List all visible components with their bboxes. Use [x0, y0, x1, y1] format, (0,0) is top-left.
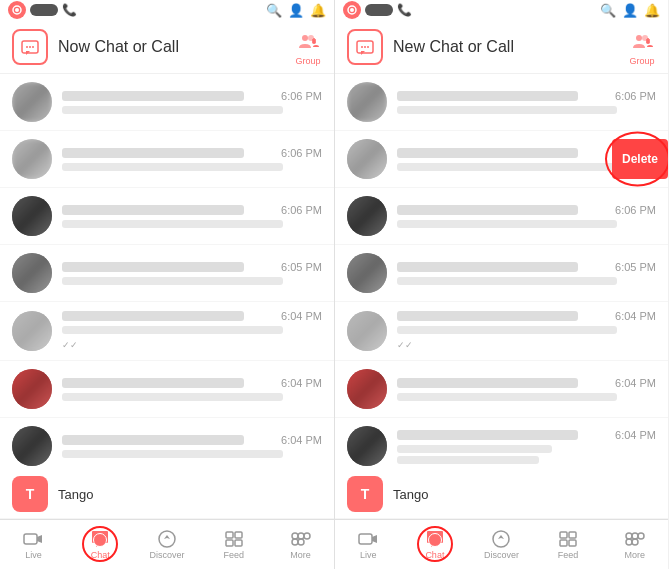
nav-label-live-right: Live: [360, 550, 377, 560]
avatar: [12, 139, 52, 179]
svg-rect-14: [226, 532, 233, 538]
new-chat-icon-left[interactable]: [12, 29, 48, 65]
chat-item[interactable]: 6:04 PM ✓✓: [335, 302, 668, 361]
chat-time: 6:05 PM: [281, 261, 322, 273]
bell-icon-right[interactable]: 🔔: [644, 3, 660, 18]
chat-name: [397, 262, 578, 272]
chat-time: 6:04 PM: [281, 434, 322, 446]
tango-label-right: Tango: [393, 487, 428, 502]
delete-button[interactable]: Delete: [612, 139, 668, 179]
read-checkmark: ✓✓: [62, 340, 78, 350]
chat-name: [62, 311, 244, 321]
toggle-pill-right[interactable]: [365, 4, 393, 16]
avatar: [12, 311, 52, 351]
svg-point-6: [302, 35, 308, 41]
nav-label-chat-right: Chat: [425, 550, 444, 560]
chat-item[interactable]: 6:04 PM: [0, 418, 334, 470]
live-icon-left: [22, 530, 44, 548]
add-contact-icon-right[interactable]: 👤: [622, 3, 638, 18]
chat-item[interactable]: 6:04 PM: [335, 418, 668, 470]
nav-item-live-left[interactable]: Live: [0, 520, 67, 569]
nav-label-live-left: Live: [25, 550, 42, 560]
chat-item[interactable]: 6:05 PM: [335, 245, 668, 302]
chat-time: 6:04 PM: [615, 377, 656, 389]
search-icon-right[interactable]: 🔍: [600, 3, 616, 18]
chat-item[interactable]: 6:04 PM: [0, 361, 334, 418]
nav-label-feed-left: Feed: [224, 550, 245, 560]
svg-point-4: [29, 46, 31, 48]
svg-rect-38: [569, 532, 576, 538]
svg-point-12: [159, 531, 175, 547]
avatar: [347, 139, 387, 179]
svg-point-26: [361, 46, 363, 48]
chat-preview-line2: [397, 456, 539, 464]
chat-icon-right: [424, 530, 446, 548]
add-contact-icon-left[interactable]: 👤: [288, 3, 304, 18]
avatar: [347, 426, 387, 466]
group-button-left[interactable]: Group: [294, 28, 322, 66]
svg-rect-16: [226, 540, 233, 546]
chat-name: [397, 378, 578, 388]
chat-preview: [397, 106, 617, 114]
tango-item-left[interactable]: T Tango: [0, 470, 334, 519]
svg-point-42: [626, 539, 632, 545]
chat-preview: [397, 163, 617, 171]
avatar: [12, 426, 52, 466]
bell-icon-left[interactable]: 🔔: [310, 3, 326, 18]
nav-item-feed-left[interactable]: Feed: [200, 520, 267, 569]
chat-content: 6:06 PM: [62, 204, 322, 228]
chat-item[interactable]: 6:06 PM Delete: [335, 131, 668, 188]
nav-label-chat-left: Chat: [91, 550, 110, 560]
more-icon-right: [624, 530, 646, 548]
chat-time: 6:04 PM: [615, 310, 656, 322]
chat-name: [62, 205, 244, 215]
chat-item[interactable]: 6:06 PM: [0, 74, 334, 131]
chat-icon-left: [89, 530, 111, 548]
new-chat-icon-right[interactable]: [347, 29, 383, 65]
tango-item-right[interactable]: T Tango: [335, 470, 668, 519]
nav-item-feed-right[interactable]: Feed: [535, 520, 602, 569]
status-right-right: 🔍 👤 🔔: [600, 3, 660, 18]
toggle-pill[interactable]: [30, 4, 58, 16]
nav-item-chat-left[interactable]: Chat: [67, 520, 134, 569]
chat-badge-right: [428, 533, 442, 547]
chat-preview: [62, 163, 283, 171]
svg-point-21: [298, 539, 304, 545]
nav-item-discover-right[interactable]: Discover: [468, 520, 535, 569]
chat-item[interactable]: 6:06 PM: [335, 188, 668, 245]
chat-name: [62, 262, 244, 272]
chat-item[interactable]: 6:04 PM ✓✓: [0, 302, 334, 361]
chat-name: [62, 148, 244, 158]
nav-item-chat-right[interactable]: Chat: [402, 520, 469, 569]
chat-content: 6:05 PM: [62, 261, 322, 285]
chat-preview: [62, 277, 283, 285]
chat-item[interactable]: 6:06 PM: [0, 131, 334, 188]
nav-item-more-right[interactable]: More: [601, 520, 668, 569]
header-title-right: New Chat or Call: [393, 38, 628, 56]
avatar: [347, 311, 387, 351]
nav-item-more-left[interactable]: More: [267, 520, 334, 569]
status-bar-right: 📞 🔍 👤 🔔: [335, 0, 668, 20]
signal-icon: [8, 1, 26, 19]
chat-item[interactable]: 6:06 PM: [335, 74, 668, 131]
svg-rect-11: [24, 534, 37, 544]
svg-point-41: [626, 533, 632, 539]
chat-item[interactable]: 6:05 PM: [0, 245, 334, 302]
header-right: New Chat or Call Group: [335, 20, 668, 74]
chat-preview: [397, 326, 617, 334]
chat-preview: [62, 450, 283, 458]
chat-item[interactable]: 6:04 PM: [335, 361, 668, 418]
chat-name: [397, 430, 578, 440]
search-icon-left[interactable]: 🔍: [266, 3, 282, 18]
chat-preview: [62, 220, 283, 228]
group-button-right[interactable]: Group: [628, 28, 656, 66]
svg-rect-40: [569, 540, 576, 546]
nav-item-discover-left[interactable]: Discover: [134, 520, 201, 569]
status-bar-left: 📞 🔍 👤 🔔: [0, 0, 334, 20]
bottom-nav-left: Live Chat Discover Feed: [0, 519, 334, 569]
chat-preview: [397, 445, 552, 453]
chat-item[interactable]: 6:06 PM: [0, 188, 334, 245]
avatar: [347, 369, 387, 409]
svg-rect-17: [235, 540, 242, 546]
nav-item-live-right[interactable]: Live: [335, 520, 402, 569]
